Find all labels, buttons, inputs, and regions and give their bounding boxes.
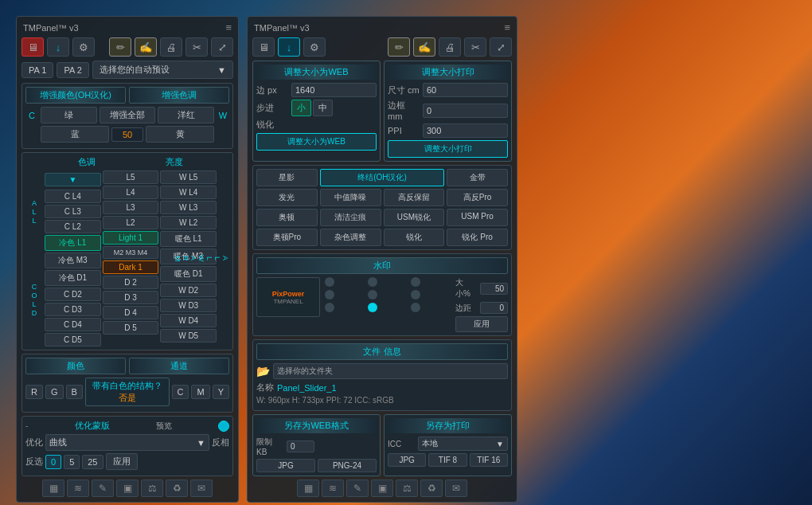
zase-btn[interactable]: 杂色调整 — [320, 229, 381, 246]
curve-dropdown[interactable]: 曲线 ▼ — [45, 434, 209, 451]
wm-dot-tm[interactable] — [368, 277, 377, 287]
border-value[interactable]: 0 — [423, 104, 508, 118]
pa2-btn[interactable]: PA 2 — [57, 62, 88, 78]
cd4[interactable]: C D4 — [45, 318, 101, 331]
balance-icon[interactable]: ⚖ — [141, 480, 163, 497]
wm-dot-tl[interactable] — [325, 277, 334, 287]
brush-btn[interactable]: ✍ — [135, 37, 157, 57]
qingjie-btn[interactable]: 清洁尘痕 — [320, 209, 381, 226]
cd2[interactable]: C D2 — [45, 288, 101, 301]
l5[interactable]: L5 — [103, 170, 159, 184]
wm-dot-bl[interactable] — [325, 303, 334, 312]
tif16-btn[interactable]: TIF 16 — [470, 453, 508, 467]
warm-d1[interactable]: 暖色 D1 — [160, 266, 217, 282]
g-btn[interactable]: G — [45, 385, 64, 399]
cd5[interactable]: C D5 — [45, 333, 101, 346]
pa1-btn[interactable]: PA 1 — [21, 62, 53, 78]
zhongjie-btn[interactable]: 终结(OH汉化) — [320, 169, 445, 186]
wm-dot-mr[interactable] — [411, 290, 420, 299]
icc-dropdown[interactable]: 本地 ▼ — [418, 436, 508, 451]
cool-l1[interactable]: 冷色 L1 — [45, 235, 101, 251]
recycle-icon[interactable]: ♻ — [166, 480, 188, 497]
cl4[interactable]: C L4 — [45, 190, 101, 203]
wm-dot-tr[interactable] — [411, 277, 420, 287]
wd3[interactable]: W D3 — [160, 299, 217, 312]
light1[interactable]: Light 1 — [103, 231, 159, 245]
y-channel-btn[interactable]: Y — [213, 385, 229, 399]
png24-btn[interactable]: PNG-24 — [318, 459, 377, 472]
preview-circle[interactable] — [218, 421, 229, 432]
wm-size-value[interactable]: 50 — [480, 283, 508, 295]
right-pen-btn[interactable]: ✏ — [388, 37, 410, 57]
c-channel-btn[interactable]: C — [172, 385, 189, 399]
right-print-btn[interactable]: 🖨 — [439, 37, 461, 57]
preset-dropdown[interactable]: 选择您的自动预设 ▼ — [92, 61, 233, 79]
wm-dot-bm[interactable] — [368, 303, 377, 312]
wm-dot-br[interactable] — [411, 303, 420, 312]
wm-dot-mm[interactable] — [368, 290, 377, 299]
r-histogram-icon[interactable]: ▦ — [297, 480, 319, 497]
r-recycle-icon[interactable]: ♻ — [420, 480, 443, 497]
size-value[interactable]: 60 — [423, 83, 508, 97]
rhpro-btn[interactable]: 锐化 Pro — [447, 229, 508, 246]
wm-margin-value[interactable]: 0 — [480, 302, 508, 314]
crop-btn[interactable]: ✂ — [185, 37, 208, 57]
value-5-btn[interactable]: 5 — [64, 455, 80, 469]
enhance-all-btn[interactable]: 增强全部 — [100, 107, 156, 123]
jpg-web-btn[interactable]: JPG — [256, 459, 315, 472]
value-0-btn[interactable]: 0 — [45, 455, 61, 469]
green-btn[interactable]: 绿 — [41, 107, 97, 123]
r-mail-icon[interactable]: ✉ — [445, 480, 467, 497]
wl5[interactable]: W L5 — [160, 170, 217, 184]
monitor-btn[interactable]: 🖥 — [21, 37, 44, 57]
expand-btn[interactable]: ⤢ — [211, 37, 233, 57]
magenta-btn[interactable]: 洋红 — [158, 107, 214, 123]
xingying-btn[interactable]: 星影 — [256, 169, 318, 186]
r-balance-icon[interactable]: ⚖ — [396, 480, 418, 497]
opt-apply-btn[interactable]: 应用 — [106, 453, 138, 470]
wl3[interactable]: W L3 — [160, 201, 217, 214]
resize-print-btn[interactable]: 调整大小打印 — [388, 140, 508, 158]
curves-icon[interactable]: ✎ — [92, 480, 114, 497]
left-panel-menu-icon[interactable]: ≡ — [225, 22, 232, 33]
zhongzhi-btn[interactable]: 中值降噪 — [320, 189, 381, 206]
right-brush-btn[interactable]: ✍ — [413, 37, 435, 57]
col1-dropdown[interactable]: ▼ — [45, 173, 101, 186]
pen-btn[interactable]: ✏ — [109, 37, 131, 57]
l3[interactable]: L3 — [103, 201, 159, 214]
folder-path[interactable]: 选择你的文件夹 — [273, 363, 508, 379]
d2[interactable]: D 2 — [103, 276, 159, 289]
folder-icon[interactable]: 📂 — [256, 365, 270, 378]
download-btn[interactable]: ↓ — [47, 37, 69, 57]
dark1[interactable]: Dark 1 — [103, 260, 159, 274]
print-btn[interactable]: 🖨 — [160, 37, 182, 57]
right-expand-btn[interactable]: ⤢ — [490, 37, 512, 57]
d5[interactable]: D 5 — [103, 321, 159, 335]
ppi-value[interactable]: 300 — [423, 123, 508, 138]
wl2[interactable]: W L2 — [160, 216, 217, 229]
wm-dot-ml[interactable] — [325, 290, 334, 299]
right-gear-btn[interactable]: ⚙ — [303, 37, 326, 57]
blue-btn[interactable]: 蓝 — [41, 126, 109, 143]
m-channel-btn[interactable]: M — [191, 385, 209, 399]
limit-value[interactable]: 0 — [287, 440, 314, 452]
right-monitor-btn[interactable]: 🖥 — [252, 37, 275, 57]
rh-btn[interactable]: 锐化 — [384, 229, 445, 246]
r-btn[interactable]: R — [25, 385, 43, 399]
gaofanbaoliou-btn[interactable]: 高反保留 — [384, 189, 445, 206]
tif8-btn[interactable]: TIF 8 — [428, 453, 467, 467]
faguang-btn[interactable]: 发光 — [256, 189, 318, 206]
r-curves-icon[interactable]: ✎ — [346, 480, 369, 497]
mail-icon[interactable]: ✉ — [190, 480, 213, 497]
gear-btn[interactable]: ⚙ — [72, 37, 95, 57]
yellow-btn[interactable]: 黄 — [146, 126, 214, 143]
aodun-btn[interactable]: 奥顿 — [256, 209, 318, 226]
warm-l1[interactable]: 暖色 L1 — [160, 231, 217, 247]
wl4[interactable]: W L4 — [160, 186, 217, 199]
wd2[interactable]: W D2 — [160, 284, 217, 297]
cool-d1[interactable]: 冷色 D1 — [45, 270, 101, 286]
r-levels-icon[interactable]: ≋ — [322, 480, 344, 497]
right-panel-menu-icon[interactable]: ≡ — [504, 22, 510, 33]
l2[interactable]: L2 — [103, 216, 159, 229]
hsl-icon[interactable]: ▣ — [116, 480, 139, 497]
